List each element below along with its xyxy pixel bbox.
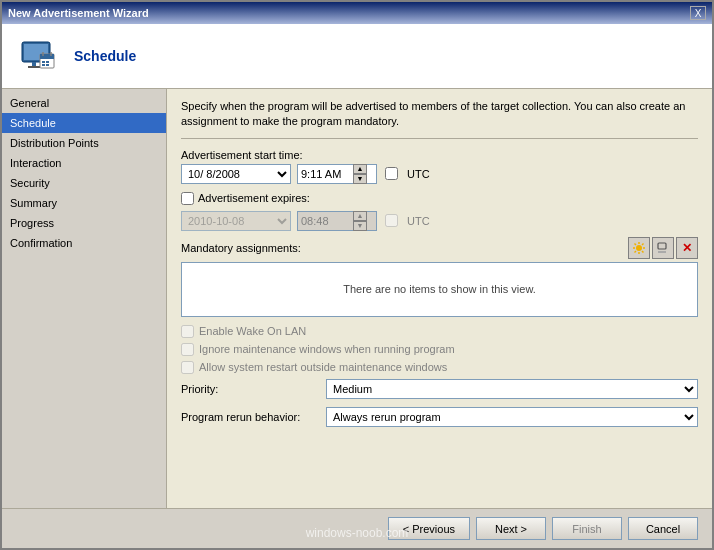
content-area: General Schedule Distribution Points Int… — [2, 89, 712, 508]
utc-checkbox-2[interactable] — [385, 214, 398, 227]
delete-icon: ✕ — [682, 241, 692, 255]
expire-date-select[interactable]: 2010-10-08 — [181, 211, 291, 231]
close-button[interactable]: X — [690, 6, 706, 20]
start-time-row: 10/ 8/2008 ▲ ▼ UTC — [181, 164, 698, 184]
expire-time-field — [298, 212, 353, 230]
svg-rect-10 — [42, 64, 45, 66]
svg-rect-5 — [40, 54, 54, 59]
rerun-label: Program rerun behavior: — [181, 411, 326, 423]
spin-up[interactable]: ▲ — [353, 164, 367, 174]
ignore-maintenance-checkbox[interactable] — [181, 343, 194, 356]
allow-restart-row: Allow system restart outside maintenance… — [181, 361, 698, 374]
mandatory-label: Mandatory assignments: — [181, 242, 301, 254]
rerun-select[interactable]: Always rerun programNever rerun advertis… — [326, 407, 698, 427]
expire-spin-up: ▲ — [353, 211, 367, 221]
expire-spin-down: ▼ — [353, 221, 367, 231]
svg-line-17 — [635, 243, 637, 245]
header-title: Schedule — [74, 48, 136, 64]
header-area: Schedule — [2, 24, 712, 89]
mandatory-delete-btn[interactable]: ✕ — [676, 237, 698, 259]
wizard-window: New Advertisement Wizard X Schedul — [0, 0, 714, 550]
previous-button[interactable]: < Previous — [388, 517, 470, 540]
footer: < Previous Next > Finish Cancel — [2, 508, 712, 548]
svg-rect-2 — [32, 62, 36, 66]
description-text: Specify when the program will be adverti… — [181, 99, 698, 139]
title-bar: New Advertisement Wizard X — [2, 2, 712, 24]
start-time-label: Advertisement start time: — [181, 149, 698, 161]
sidebar-item-schedule[interactable]: Schedule — [2, 113, 166, 133]
allow-restart-label: Allow system restart outside maintenance… — [199, 361, 447, 373]
utc-label-1: UTC — [407, 168, 430, 180]
sidebar-item-confirmation[interactable]: Confirmation — [2, 233, 166, 253]
start-date-select[interactable]: 10/ 8/2008 — [181, 164, 291, 184]
expires-row: Advertisement expires: — [181, 192, 698, 205]
svg-rect-22 — [658, 251, 666, 253]
utc-checkbox-1[interactable] — [385, 167, 398, 180]
wake-lan-row: Enable Wake On LAN — [181, 325, 698, 338]
wizard-icon — [14, 32, 62, 80]
expire-time-input: ▲ ▼ — [297, 211, 377, 231]
priority-select[interactable]: LowMediumHigh — [326, 379, 698, 399]
ignore-maintenance-label: Ignore maintenance windows when running … — [199, 343, 455, 355]
sidebar-item-general[interactable]: General — [2, 93, 166, 113]
rerun-row: Program rerun behavior: Always rerun pro… — [181, 407, 698, 427]
wake-lan-label: Enable Wake On LAN — [199, 325, 306, 337]
expires-checkbox[interactable] — [181, 192, 194, 205]
utc-label-2: UTC — [407, 215, 430, 227]
expires-label: Advertisement expires: — [198, 192, 310, 204]
svg-point-12 — [636, 245, 642, 251]
priority-row: Priority: LowMediumHigh — [181, 379, 698, 399]
mandatory-section: Mandatory assignments: — [181, 237, 698, 317]
svg-rect-21 — [658, 243, 666, 249]
svg-line-19 — [642, 243, 644, 245]
cancel-button[interactable]: Cancel — [628, 517, 698, 540]
sidebar-item-progress[interactable]: Progress — [2, 213, 166, 233]
start-time-input[interactable]: ▲ ▼ — [297, 164, 377, 184]
mandatory-empty-text: There are no items to show in this view. — [343, 283, 536, 295]
mandatory-edit-btn[interactable] — [652, 237, 674, 259]
sidebar-item-security[interactable]: Security — [2, 173, 166, 193]
sidebar: General Schedule Distribution Points Int… — [2, 89, 167, 508]
start-time-section: Advertisement start time: 10/ 8/2008 ▲ ▼… — [181, 149, 698, 184]
spin-down[interactable]: ▼ — [353, 174, 367, 184]
finish-button[interactable]: Finish — [552, 517, 622, 540]
start-time-spinner: ▲ ▼ — [353, 164, 367, 184]
svg-line-20 — [635, 251, 637, 253]
main-content: Specify when the program will be adverti… — [167, 89, 712, 508]
svg-rect-9 — [46, 61, 49, 63]
sidebar-item-distribution[interactable]: Distribution Points — [2, 133, 166, 153]
start-time-field[interactable] — [298, 165, 353, 183]
svg-rect-11 — [46, 64, 49, 66]
allow-restart-checkbox[interactable] — [181, 361, 194, 374]
mandatory-add-btn[interactable] — [628, 237, 650, 259]
window-title: New Advertisement Wizard — [8, 7, 149, 19]
sidebar-item-summary[interactable]: Summary — [2, 193, 166, 213]
svg-line-18 — [642, 251, 644, 253]
mandatory-list: There are no items to show in this view. — [181, 262, 698, 317]
expire-time-spinner: ▲ ▼ — [353, 211, 367, 231]
svg-rect-3 — [28, 66, 40, 68]
ignore-maintenance-row: Ignore maintenance windows when running … — [181, 343, 698, 356]
mandatory-header: Mandatory assignments: — [181, 237, 698, 259]
next-button[interactable]: Next > — [476, 517, 546, 540]
expire-inputs-row: 2010-10-08 ▲ ▼ UTC — [181, 211, 698, 231]
mandatory-toolbar: ✕ — [628, 237, 698, 259]
sidebar-item-interaction[interactable]: Interaction — [2, 153, 166, 173]
svg-rect-8 — [42, 61, 45, 63]
wake-lan-checkbox[interactable] — [181, 325, 194, 338]
priority-label: Priority: — [181, 383, 326, 395]
